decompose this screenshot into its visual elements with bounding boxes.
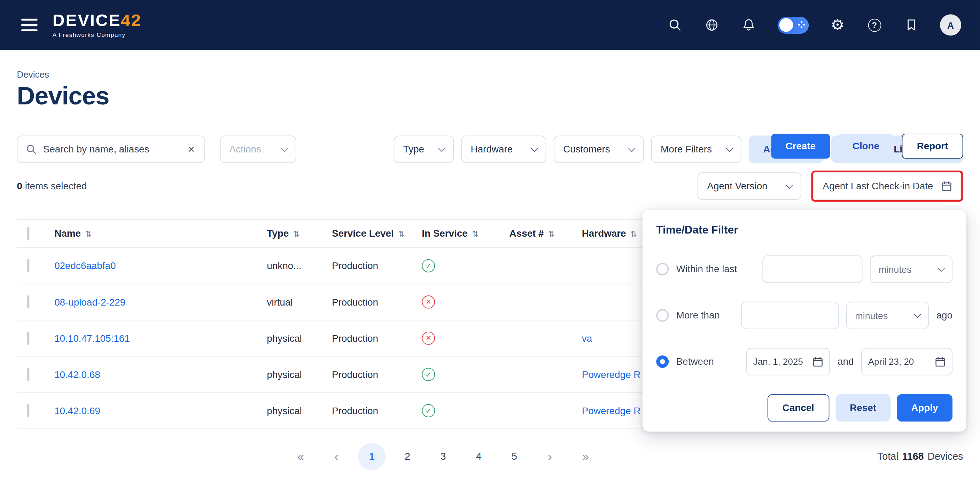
pagination-last-icon[interactable]: »	[572, 443, 599, 470]
sort-icon[interactable]	[398, 228, 405, 239]
sort-icon[interactable]	[85, 228, 92, 239]
cancel-button[interactable]: Cancel	[768, 394, 829, 421]
column-header-type[interactable]: Type	[267, 228, 332, 239]
pagination-page-4[interactable]: 4	[465, 443, 492, 470]
pagination-page-2[interactable]: 2	[394, 443, 422, 470]
service-level: Production	[332, 369, 422, 380]
column-header-in-service[interactable]: In Service	[422, 228, 509, 239]
globe-icon[interactable]	[704, 17, 720, 33]
search-icon	[26, 144, 37, 155]
device-name-link[interactable]: 08-upload-2-229	[54, 297, 126, 307]
hardware-link[interactable]: va	[582, 333, 592, 343]
pagination-page-5[interactable]: 5	[500, 443, 528, 470]
device-name-link[interactable]: 02edc6aabfa0	[54, 260, 116, 271]
sort-icon[interactable]	[548, 228, 555, 239]
chevron-down-icon	[439, 145, 445, 152]
column-header-name[interactable]: Name	[54, 228, 267, 239]
chevron-down-icon	[281, 145, 288, 152]
row-checkbox[interactable]	[27, 404, 29, 417]
actions-dropdown[interactable]: Actions	[220, 135, 296, 163]
toggle-sparkle-icon	[798, 23, 800, 25]
more-filters-dropdown[interactable]: More Filters	[651, 135, 741, 163]
within-last-label: Within the last	[676, 264, 737, 275]
service-level: Production	[332, 333, 422, 344]
chevron-down-icon	[628, 145, 635, 152]
pagination-page-1[interactable]: 1	[358, 443, 385, 470]
report-button[interactable]: Report	[902, 133, 963, 159]
hardware-filter-dropdown[interactable]: Hardware	[461, 135, 546, 163]
sort-icon[interactable]	[630, 228, 637, 239]
top-navbar: DEVICE42 A Freshworks Company A	[0, 0, 980, 50]
clear-search-icon[interactable]	[186, 143, 196, 156]
search-icon[interactable]	[667, 17, 683, 33]
more-than-unit-select[interactable]: minutes	[846, 302, 929, 329]
calendar-icon	[941, 181, 952, 192]
service-level: Production	[332, 405, 422, 416]
type-filter-dropdown[interactable]: Type	[394, 135, 454, 163]
search-input[interactable]	[43, 144, 180, 155]
hardware-link[interactable]: Poweredge R	[582, 369, 641, 380]
in-service-status-icon	[422, 259, 435, 273]
more-than-value-input[interactable]	[741, 302, 839, 329]
pagination-next-icon[interactable]: ›	[536, 443, 564, 470]
within-last-value-input[interactable]	[762, 256, 862, 283]
within-last-radio[interactable]	[656, 263, 669, 276]
in-service-status-icon	[422, 332, 435, 345]
between-radio[interactable]	[656, 355, 669, 368]
chevron-down-icon	[726, 145, 733, 152]
row-checkbox[interactable]	[27, 259, 29, 272]
and-label: and	[838, 356, 854, 367]
sort-icon[interactable]	[293, 228, 300, 239]
between-end-date-input[interactable]: April 23, 20	[861, 348, 953, 376]
chevron-down-icon	[938, 265, 945, 272]
user-avatar[interactable]: A	[940, 14, 961, 35]
chevron-down-icon	[914, 311, 921, 318]
pagination-page-3[interactable]: 3	[430, 443, 457, 470]
bookmark-icon[interactable]	[903, 17, 920, 33]
row-checkbox[interactable]	[27, 368, 29, 381]
hardware-link[interactable]: Poweredge R	[582, 405, 641, 416]
service-level: Production	[332, 260, 422, 271]
clone-button[interactable]: Clone	[838, 133, 894, 159]
more-than-option-row: More than minutes ago	[656, 302, 953, 329]
device-name-link[interactable]: 10.10.47.105:161	[54, 333, 130, 343]
row-checkbox[interactable]	[27, 331, 29, 345]
between-start-date-input[interactable]: Jan. 1, 2025	[746, 348, 830, 376]
theme-toggle[interactable]	[777, 17, 809, 33]
within-last-option-row: Within the last minutes	[656, 256, 953, 283]
in-service-status-icon	[422, 295, 435, 309]
pagination-prev-icon[interactable]: ‹	[323, 443, 350, 470]
chevron-down-icon	[531, 145, 538, 152]
chevron-down-icon	[786, 182, 793, 189]
column-header-asset[interactable]: Asset #	[509, 228, 582, 239]
notifications-bell-icon[interactable]	[741, 17, 757, 33]
more-than-radio[interactable]	[656, 309, 669, 322]
device-type: physical	[267, 405, 332, 416]
customers-filter-dropdown[interactable]: Customers	[554, 135, 644, 163]
apply-button[interactable]: Apply	[897, 394, 953, 421]
calendar-icon	[813, 356, 823, 367]
help-icon[interactable]	[866, 17, 883, 33]
device-name-link[interactable]: 10.42.0.69	[54, 405, 100, 416]
create-button[interactable]: Create	[771, 133, 830, 159]
within-last-unit-select[interactable]: minutes	[870, 256, 953, 283]
device42-logo[interactable]: DEVICE42 A Freshworks Company	[52, 12, 142, 38]
sort-icon[interactable]	[472, 228, 479, 239]
reset-button[interactable]: Reset	[835, 394, 891, 421]
service-level: Production	[332, 297, 422, 308]
ago-label: ago	[937, 310, 953, 321]
pagination-first-icon[interactable]: «	[287, 443, 315, 470]
agent-version-dropdown[interactable]: Agent Version	[698, 172, 801, 200]
select-all-checkbox[interactable]	[27, 227, 29, 240]
between-option-row: Between Jan. 1, 2025 and April 23, 20	[656, 348, 953, 376]
search-box	[17, 135, 205, 163]
row-checkbox[interactable]	[27, 295, 29, 308]
menu-hamburger-icon[interactable]	[19, 16, 40, 34]
agent-last-checkin-date-button[interactable]: Agent Last Check-in Date	[813, 172, 961, 200]
total-devices-count: Total1168Devices	[877, 443, 963, 470]
column-header-service-level[interactable]: Service Level	[332, 228, 422, 239]
in-service-status-icon	[422, 404, 435, 417]
settings-gear-icon[interactable]	[829, 17, 846, 33]
breadcrumb[interactable]: Devices	[17, 69, 963, 79]
device-name-link[interactable]: 10.42.0.68	[54, 369, 100, 380]
